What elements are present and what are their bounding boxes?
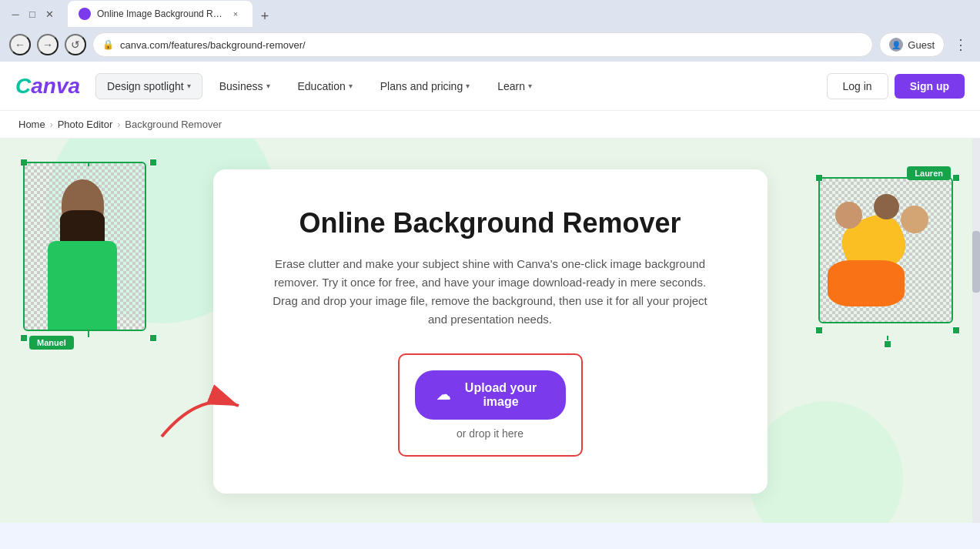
hero-title: Online Background Remover bbox=[259, 206, 721, 239]
upload-cloud-icon: ☁ bbox=[436, 387, 450, 403]
nav-plans-pricing[interactable]: Plans and pricing ▾ bbox=[370, 74, 480, 99]
right-person-image bbox=[818, 177, 953, 323]
selection-line bbox=[88, 331, 89, 337]
nav-learn[interactable]: Learn ▾ bbox=[487, 74, 543, 99]
back-button[interactable]: ← bbox=[9, 34, 31, 55]
chevron-down-icon: ▾ bbox=[466, 82, 470, 90]
selection-handle bbox=[20, 334, 28, 342]
main-content: Manuel Online Background Remover Erase c… bbox=[0, 139, 980, 523]
url-text: canva.com/features/background-remover/ bbox=[120, 39, 863, 51]
right-image-decoration: Lauren bbox=[818, 177, 957, 331]
person-silhouette bbox=[32, 176, 132, 330]
selection-handle bbox=[815, 326, 823, 334]
left-person-image bbox=[23, 162, 146, 331]
group-people bbox=[820, 179, 952, 322]
tab-favicon bbox=[79, 8, 91, 20]
chevron-down-icon: ▾ bbox=[528, 82, 532, 90]
body bbox=[48, 241, 117, 331]
browser-menu-button[interactable]: ⋮ bbox=[951, 33, 971, 56]
clothing bbox=[828, 260, 905, 306]
hero-description: Erase clutter and make your subject shin… bbox=[267, 255, 714, 329]
chevron-down-icon: ▾ bbox=[266, 82, 270, 90]
chevron-down-icon: ▾ bbox=[349, 82, 353, 90]
breadcrumb-separator: › bbox=[117, 119, 120, 130]
guest-button[interactable]: 👤 Guest bbox=[879, 32, 945, 57]
guest-label: Guest bbox=[908, 39, 935, 51]
left-name-badge: Manuel bbox=[29, 336, 74, 350]
scrollbar[interactable] bbox=[972, 139, 980, 523]
head bbox=[835, 202, 862, 229]
breadcrumb-separator: › bbox=[50, 119, 53, 130]
forward-button[interactable]: → bbox=[37, 34, 59, 55]
login-button[interactable]: Log in bbox=[827, 73, 888, 99]
selection-handle bbox=[952, 174, 960, 182]
selection-handle bbox=[149, 159, 157, 166]
bg-decoration bbox=[749, 401, 903, 523]
arrow-svg bbox=[154, 375, 254, 444]
hair bbox=[60, 210, 105, 241]
tab-title: Online Image Background Re... bbox=[97, 8, 223, 19]
maximize-button[interactable]: □ bbox=[26, 8, 38, 20]
breadcrumb-current: Background Remover bbox=[125, 119, 222, 130]
left-image-decoration: Manuel bbox=[23, 162, 154, 339]
tab-close-button[interactable]: × bbox=[229, 8, 242, 20]
hero-card: Online Background Remover Erase clutter … bbox=[213, 169, 768, 494]
right-name-badge: Lauren bbox=[907, 166, 951, 180]
address-bar[interactable]: 🔒 canva.com/features/background-remover/ bbox=[92, 32, 873, 57]
selection-handle bbox=[149, 334, 157, 342]
drop-text: or drop it here bbox=[415, 427, 566, 440]
breadcrumb-photo-editor[interactable]: Photo Editor bbox=[58, 119, 113, 130]
website-content: Canva Design spotlight ▾ Business ▾ Educ… bbox=[0, 62, 980, 523]
head bbox=[874, 194, 899, 219]
close-button[interactable]: ✕ bbox=[43, 8, 55, 20]
breadcrumb-home[interactable]: Home bbox=[18, 119, 45, 130]
nav-design-spotlight[interactable]: Design spotlight ▾ bbox=[95, 73, 202, 99]
upload-drop-area[interactable]: ☁ Upload your image or drop it here bbox=[398, 353, 583, 457]
guest-avatar: 👤 bbox=[889, 38, 903, 52]
selection-handle bbox=[884, 340, 891, 348]
lock-icon: 🔒 bbox=[102, 39, 114, 50]
scrollbar-thumb[interactable] bbox=[972, 231, 980, 293]
main-navbar: Canva Design spotlight ▾ Business ▾ Educ… bbox=[0, 62, 980, 111]
signup-button[interactable]: Sign up bbox=[895, 74, 965, 99]
nav-business[interactable]: Business ▾ bbox=[209, 74, 281, 99]
breadcrumb: Home › Photo Editor › Background Remover bbox=[0, 111, 980, 139]
new-tab-button[interactable]: + bbox=[254, 5, 276, 27]
arrow-decoration bbox=[154, 375, 254, 447]
nav-education[interactable]: Education ▾ bbox=[287, 74, 363, 99]
chevron-down-icon: ▾ bbox=[187, 82, 191, 90]
selection-handle bbox=[952, 326, 960, 334]
browser-tab[interactable]: Online Image Background Re... × bbox=[68, 1, 253, 27]
minimize-button[interactable]: ─ bbox=[9, 8, 22, 20]
refresh-button[interactable]: ↺ bbox=[65, 34, 86, 55]
head bbox=[901, 206, 928, 233]
canva-logo[interactable]: Canva bbox=[15, 74, 80, 99]
upload-button-label: Upload your image bbox=[458, 381, 544, 409]
upload-button[interactable]: ☁ Upload your image bbox=[415, 370, 566, 420]
